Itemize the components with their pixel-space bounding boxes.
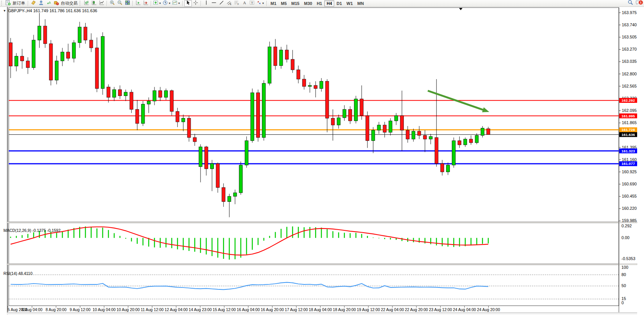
timeframe-w1[interactable]: W1 bbox=[344, 0, 355, 6]
svg-text:F: F bbox=[238, 3, 239, 5]
time-axis-label: 18 Aug 04:00 bbox=[309, 308, 332, 312]
toolbar-separator bbox=[132, 1, 133, 6]
chart-title[interactable]: ▼ GBPJPY-,H4 161.749 161.786 161.636 161… bbox=[3, 8, 97, 13]
periods-icon bbox=[163, 0, 168, 7]
search-icon bbox=[628, 0, 633, 7]
price-axis-label: 160.455 bbox=[622, 194, 637, 198]
price-axis-label: 160.925 bbox=[622, 169, 637, 174]
timeframe-h1[interactable]: H1 bbox=[314, 0, 324, 6]
timeframe-m5[interactable]: M5 bbox=[279, 0, 289, 6]
trendline-icon bbox=[219, 0, 224, 7]
templates-button[interactable]: ▼ bbox=[172, 0, 181, 6]
chart-title-text: GBPJPY-,H4 161.749 161.786 161.636 161.6… bbox=[8, 8, 97, 13]
svg-text:E: E bbox=[230, 3, 231, 5]
chevron-down-icon: ▼ bbox=[3, 9, 6, 13]
time-axis-label: 19 Aug 12:00 bbox=[357, 308, 380, 312]
toolbar-grip[interactable] bbox=[1, 1, 3, 6]
rsi-scale-label: 80 bbox=[622, 272, 626, 277]
price-axis-label: 162.565 bbox=[622, 84, 637, 88]
mt4-window: 新订单 自动交易 bbox=[0, 0, 644, 321]
new-order-label[interactable]: 新订单 bbox=[12, 0, 27, 6]
crosshair-button[interactable] bbox=[192, 0, 199, 6]
price-badge: 161.077 bbox=[622, 161, 635, 166]
metaeditor-button[interactable] bbox=[30, 0, 37, 6]
fibonacci-button[interactable]: F bbox=[233, 0, 241, 6]
time-axis-label: 8 Aug 04:00 bbox=[22, 308, 43, 312]
line-chart-icon bbox=[99, 0, 104, 7]
new-order-button[interactable] bbox=[4, 0, 12, 6]
toolbar-separator bbox=[201, 1, 201, 6]
text-label-button[interactable]: T bbox=[248, 0, 256, 6]
community-button[interactable] bbox=[37, 0, 45, 6]
toolbar: 新订单 自动交易 bbox=[0, 0, 644, 7]
line-chart-button[interactable] bbox=[98, 0, 105, 6]
cursor-button[interactable] bbox=[184, 0, 192, 6]
price-badge: 161.995 bbox=[622, 114, 635, 118]
toolbar-grip[interactable] bbox=[80, 1, 81, 6]
macd-indicator-label: MACD(12,26,9) -0.1375 -0.1592 bbox=[3, 228, 61, 233]
price-axis-label: 161.865 bbox=[622, 120, 637, 125]
periods-button[interactable]: ▼ bbox=[162, 0, 172, 6]
arrows-icon bbox=[256, 0, 261, 7]
indicators-button[interactable]: ▼ bbox=[153, 0, 162, 6]
svg-text:A: A bbox=[243, 0, 246, 5]
chevron-down-icon: ▼ bbox=[178, 2, 180, 5]
text-label-icon: T bbox=[249, 0, 255, 7]
price-axis-label: 161.160 bbox=[622, 157, 637, 162]
bar-chart-button[interactable] bbox=[83, 0, 90, 6]
candlestick-chart-icon bbox=[91, 0, 97, 7]
autotrading-label[interactable]: 自动交易 bbox=[60, 0, 79, 6]
time-axis-label: 22 Aug 04:00 bbox=[381, 308, 404, 312]
chart-canvas[interactable]: 163.975163.740163.505163.270163.035162.8… bbox=[0, 7, 644, 321]
time-axis-label: 16 Aug 04:00 bbox=[237, 308, 260, 312]
candlestick-chart-button[interactable] bbox=[90, 0, 98, 6]
auto-scroll-icon bbox=[135, 0, 141, 7]
text-button[interactable]: A bbox=[241, 0, 248, 6]
zoom-out-button[interactable] bbox=[116, 0, 124, 6]
macd-scale-label: 0.00 bbox=[622, 235, 630, 240]
arrows-button[interactable]: ▼ bbox=[256, 0, 265, 6]
notifications-button[interactable]: 1 bbox=[634, 0, 642, 6]
price-badge: 162.292 bbox=[622, 98, 635, 102]
auto-scroll-button[interactable] bbox=[134, 0, 142, 6]
timeframe-d1[interactable]: D1 bbox=[334, 0, 344, 6]
price-axis-label: 163.975 bbox=[622, 10, 637, 15]
chevron-down-icon: ▼ bbox=[159, 2, 161, 5]
tile-windows-icon bbox=[125, 0, 130, 7]
macd-scale-label: -0.5353 bbox=[622, 256, 635, 261]
toolbar-separator bbox=[151, 1, 151, 6]
time-axis-label: 8 Aug 20:00 bbox=[46, 308, 67, 312]
timeframe-mn[interactable]: MN bbox=[355, 0, 366, 6]
timeframe-m30[interactable]: M30 bbox=[302, 0, 314, 6]
trendline-button[interactable] bbox=[218, 0, 225, 6]
toolbar-separator bbox=[182, 1, 183, 6]
chart-window: 163.975163.740163.505163.270163.035162.8… bbox=[0, 7, 644, 321]
community-icon bbox=[38, 0, 44, 7]
autotrading-button[interactable] bbox=[53, 0, 60, 6]
chart-shift-button[interactable] bbox=[142, 0, 150, 6]
time-axis-label: 24 Aug 04:00 bbox=[453, 308, 476, 312]
tile-windows-button[interactable] bbox=[124, 0, 131, 6]
horizontal-line-button[interactable] bbox=[210, 0, 218, 6]
rsi-scale-label: 50 bbox=[622, 283, 626, 288]
signals-icon bbox=[46, 0, 51, 7]
channel-button[interactable]: E bbox=[225, 0, 233, 6]
search-button[interactable] bbox=[626, 0, 634, 6]
time-axis-label: 12 Aug 04:00 bbox=[165, 308, 188, 312]
time-axis-label: 16 Aug 20:00 bbox=[261, 308, 284, 312]
timeframe-m15[interactable]: M15 bbox=[289, 0, 301, 6]
notification-badge: 1 bbox=[638, 0, 643, 5]
signals-button[interactable] bbox=[45, 0, 53, 6]
price-axis-label: 160.220 bbox=[622, 206, 637, 211]
new-order-icon bbox=[5, 0, 11, 7]
time-axis-label: 14 Aug 23:00 bbox=[189, 308, 212, 312]
time-axis-label: 9 Aug 12:00 bbox=[70, 308, 91, 312]
zoom-in-button[interactable] bbox=[108, 0, 116, 6]
time-axis-label: 17 Aug 12:00 bbox=[285, 308, 308, 312]
price-axis-label: 163.505 bbox=[622, 35, 637, 39]
vertical-line-button[interactable] bbox=[202, 0, 210, 6]
timeframe-m1[interactable]: M1 bbox=[268, 0, 279, 6]
chevron-down-icon: ▼ bbox=[262, 2, 265, 5]
timeframe-h4[interactable]: H4 bbox=[324, 0, 334, 6]
time-axis-label: 11 Aug 12:00 bbox=[141, 308, 164, 312]
